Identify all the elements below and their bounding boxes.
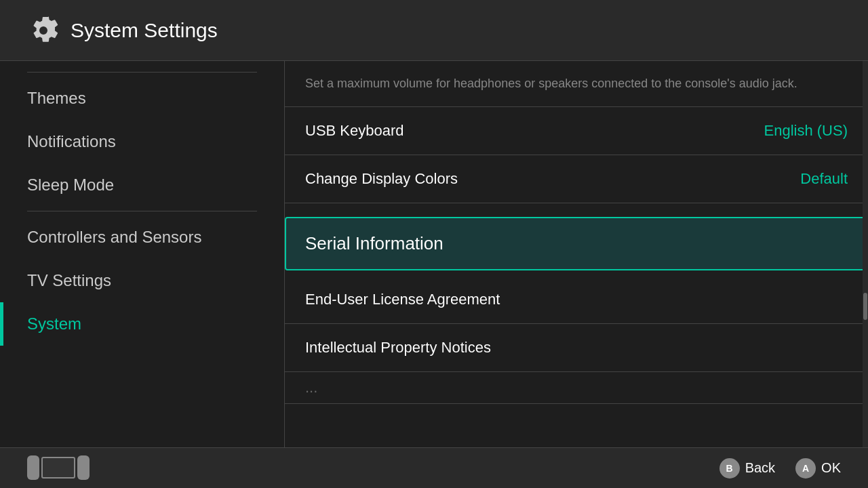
sidebar-item-system[interactable]: System [0, 302, 284, 346]
sidebar-divider-top [27, 72, 257, 73]
partial-row: ... [285, 372, 868, 404]
b-button-icon: B [719, 458, 740, 479]
content-description: Set a maximum volume for headphones or s… [285, 61, 868, 107]
ok-button[interactable]: A OK [795, 458, 841, 479]
usb-keyboard-row[interactable]: USB Keyboard English (US) [285, 107, 868, 155]
usb-keyboard-value: English (US) [764, 122, 848, 140]
a-button-icon: A [795, 458, 816, 479]
sidebar-item-sleep-mode[interactable]: Sleep Mode [0, 163, 284, 207]
ip-notices-row[interactable]: Intellectual Property Notices [285, 324, 868, 372]
joycon-left [27, 455, 39, 480]
change-display-colors-value: Default [800, 170, 848, 188]
spacer [285, 203, 868, 211]
content-panel: Set a maximum volume for headphones or s… [285, 61, 868, 447]
sidebar-item-notifications[interactable]: Notifications [0, 120, 284, 163]
ip-notices-label: Intellectual Property Notices [305, 339, 491, 357]
switch-icon [27, 455, 90, 480]
usb-keyboard-label: USB Keyboard [305, 122, 404, 140]
scrollbar-track [863, 61, 868, 447]
back-button[interactable]: B Back [719, 458, 775, 479]
joycon-right [77, 455, 90, 480]
serial-information-label: Serial Information [305, 233, 443, 254]
sidebar-item-controllers-sensors[interactable]: Controllers and Sensors [0, 216, 284, 259]
sidebar-item-themes[interactable]: Themes [0, 77, 284, 120]
gear-icon [27, 14, 60, 47]
eula-row[interactable]: End-User License Agreement [285, 276, 868, 324]
scrollbar-thumb[interactable] [863, 293, 867, 320]
serial-information-row[interactable]: Serial Information [285, 217, 868, 270]
sidebar-divider-mid [27, 211, 257, 211]
main-content: Themes Notifications Sleep Mode Controll… [0, 61, 868, 447]
sidebar: Themes Notifications Sleep Mode Controll… [0, 61, 285, 447]
change-display-colors-row[interactable]: Change Display Colors Default [285, 155, 868, 203]
page-title: System Settings [71, 19, 218, 42]
switch-screen [41, 457, 75, 479]
eula-label: End-User License Agreement [305, 291, 500, 308]
header: System Settings [0, 0, 868, 61]
change-display-colors-label: Change Display Colors [305, 170, 458, 188]
bottom-bar: B Back A OK [0, 447, 868, 488]
sidebar-item-tv-settings[interactable]: TV Settings [0, 259, 284, 302]
